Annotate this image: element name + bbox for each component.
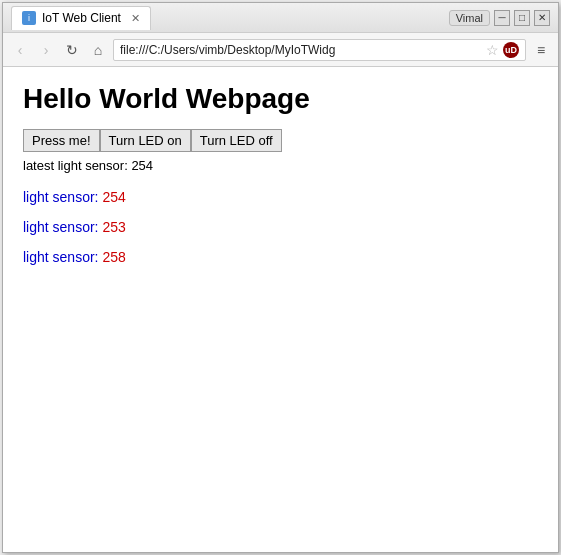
address-icons: ☆ uD bbox=[486, 42, 519, 58]
latest-light-sensor: latest light sensor: 254 bbox=[23, 158, 538, 173]
bookmark-icon[interactable]: ☆ bbox=[486, 42, 499, 58]
list-item: light sensor: 258 bbox=[23, 249, 538, 265]
vimal-badge: Vimal bbox=[449, 10, 490, 26]
back-button[interactable]: ‹ bbox=[9, 39, 31, 61]
refresh-icon: ↻ bbox=[66, 42, 78, 58]
title-bar-left: i IoT Web Client ✕ bbox=[11, 6, 449, 30]
tab-title: IoT Web Client bbox=[42, 11, 121, 25]
address-bar[interactable]: file:///C:/Users/vimb/Desktop/MyIoTWidg … bbox=[113, 39, 526, 61]
address-text: file:///C:/Users/vimb/Desktop/MyIoTWidg bbox=[120, 43, 482, 57]
press-me-button[interactable]: Press me! bbox=[23, 129, 100, 152]
sensor-value: 254 bbox=[102, 189, 125, 205]
sensor-label: light sensor: bbox=[23, 249, 102, 265]
tab-favicon: i bbox=[22, 11, 36, 25]
latest-light-value: 254 bbox=[131, 158, 153, 173]
close-icon: ✕ bbox=[538, 12, 546, 23]
close-button[interactable]: ✕ bbox=[534, 10, 550, 26]
browser-tab[interactable]: i IoT Web Client ✕ bbox=[11, 6, 151, 30]
list-item: light sensor: 253 bbox=[23, 219, 538, 235]
turn-led-off-button[interactable]: Turn LED off bbox=[191, 129, 282, 152]
menu-button[interactable]: ≡ bbox=[530, 39, 552, 61]
latest-light-label: latest light sensor: bbox=[23, 158, 131, 173]
title-bar-right: Vimal ─ □ ✕ bbox=[449, 10, 550, 26]
home-icon: ⌂ bbox=[94, 42, 102, 58]
minimize-button[interactable]: ─ bbox=[494, 10, 510, 26]
maximize-icon: □ bbox=[519, 12, 525, 23]
sensor-label: light sensor: bbox=[23, 189, 102, 205]
refresh-button[interactable]: ↻ bbox=[61, 39, 83, 61]
minimize-icon: ─ bbox=[498, 12, 505, 23]
browser-window: i IoT Web Client ✕ Vimal ─ □ ✕ ‹ › ↻ bbox=[2, 2, 559, 553]
turn-led-on-button[interactable]: Turn LED on bbox=[100, 129, 191, 152]
forward-icon: › bbox=[44, 42, 49, 58]
tab-close-button[interactable]: ✕ bbox=[131, 12, 140, 25]
button-row: Press me! Turn LED on Turn LED off bbox=[23, 129, 538, 152]
page-title: Hello World Webpage bbox=[23, 83, 538, 115]
sensor-list: light sensor: 254light sensor: 253light … bbox=[23, 189, 538, 265]
back-icon: ‹ bbox=[18, 42, 23, 58]
home-button[interactable]: ⌂ bbox=[87, 39, 109, 61]
nav-bar: ‹ › ↻ ⌂ file:///C:/Users/vimb/Desktop/My… bbox=[3, 33, 558, 67]
forward-button[interactable]: › bbox=[35, 39, 57, 61]
list-item: light sensor: 254 bbox=[23, 189, 538, 205]
page-content: Hello World Webpage Press me! Turn LED o… bbox=[3, 67, 558, 552]
shield-icon: uD bbox=[503, 42, 519, 58]
title-bar: i IoT Web Client ✕ Vimal ─ □ ✕ bbox=[3, 3, 558, 33]
sensor-label: light sensor: bbox=[23, 219, 102, 235]
sensor-value: 258 bbox=[102, 249, 125, 265]
sensor-value: 253 bbox=[102, 219, 125, 235]
menu-icon: ≡ bbox=[537, 42, 545, 58]
maximize-button[interactable]: □ bbox=[514, 10, 530, 26]
